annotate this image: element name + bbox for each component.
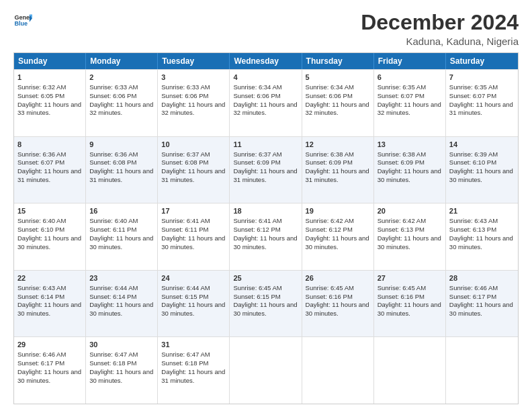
- sunrise: Sunrise: 6:36 AM: [17, 150, 66, 158]
- cell-dec12: 12 Sunrise: 6:38 AM Sunset: 6:09 PM Dayl…: [302, 137, 374, 203]
- day-number: 5: [306, 73, 370, 83]
- calendar-body: 1 Sunrise: 6:32 AM Sunset: 6:05 PM Dayli…: [14, 69, 518, 404]
- header-monday: Monday: [86, 53, 158, 69]
- page: General Blue December 2024 Kaduna, Kadun…: [0, 0, 532, 411]
- sunrise: Sunrise: 6:47 AM: [89, 351, 138, 358]
- sunrise: Sunrise: 6:38 AM: [306, 150, 354, 158]
- daylight: Daylight: 11 hours and 31 minutes.: [161, 368, 225, 384]
- cell-dec1: 1 Sunrise: 6:32 AM Sunset: 6:05 PM Dayli…: [14, 70, 86, 136]
- daylight: Daylight: 11 hours and 31 minutes.: [449, 101, 513, 117]
- daylight: Daylight: 11 hours and 30 minutes.: [89, 368, 153, 384]
- sunrise: Sunrise: 6:45 AM: [306, 284, 354, 291]
- sunrise: Sunrise: 6:39 AM: [449, 150, 498, 158]
- cell-dec24: 24 Sunrise: 6:44 AM Sunset: 6:15 PM Dayl…: [158, 271, 230, 337]
- cell-dec3: 3 Sunrise: 6:33 AM Sunset: 6:06 PM Dayli…: [158, 70, 230, 136]
- sunset: Sunset: 6:07 PM: [17, 158, 64, 166]
- cell-dec21: 21 Sunrise: 6:43 AM Sunset: 6:13 PM Dayl…: [446, 203, 518, 270]
- daylight: Daylight: 11 hours and 32 minutes.: [378, 101, 441, 117]
- day-number: 8: [17, 140, 82, 150]
- sunset: Sunset: 6:08 PM: [89, 158, 136, 166]
- daylight: Daylight: 11 hours and 31 minutes.: [233, 167, 297, 183]
- logo-icon: General Blue: [13, 11, 32, 30]
- cell-dec8: 8 Sunrise: 6:36 AM Sunset: 6:07 PM Dayli…: [14, 137, 86, 203]
- sunset: Sunset: 6:05 PM: [17, 92, 64, 99]
- day-number: 13: [378, 140, 442, 150]
- sunrise: Sunrise: 6:37 AM: [161, 150, 210, 158]
- sunrise: Sunrise: 6:36 AM: [89, 150, 138, 158]
- daylight: Daylight: 11 hours and 30 minutes.: [233, 234, 297, 250]
- day-number: 21: [449, 206, 515, 216]
- daylight: Daylight: 11 hours and 31 minutes.: [306, 167, 369, 183]
- daylight: Daylight: 11 hours and 30 minutes.: [17, 301, 81, 317]
- cell-dec18: 18 Sunrise: 6:41 AM Sunset: 6:12 PM Dayl…: [230, 203, 302, 270]
- sunrise: Sunrise: 6:42 AM: [378, 217, 426, 224]
- daylight: Daylight: 11 hours and 30 minutes.: [449, 234, 513, 250]
- sunrise: Sunrise: 6:34 AM: [233, 83, 281, 91]
- sunrise: Sunrise: 6:46 AM: [449, 284, 498, 291]
- sunset: Sunset: 6:06 PM: [161, 92, 208, 99]
- cell-empty-4: [446, 337, 518, 404]
- day-number: 14: [449, 140, 515, 150]
- sunrise: Sunrise: 6:43 AM: [449, 217, 498, 224]
- sunrise: Sunrise: 6:43 AM: [17, 284, 66, 291]
- sunset: Sunset: 6:14 PM: [17, 293, 64, 300]
- day-number: 10: [161, 140, 226, 150]
- sunset: Sunset: 6:11 PM: [89, 226, 136, 233]
- cell-dec20: 20 Sunrise: 6:42 AM Sunset: 6:13 PM Dayl…: [374, 203, 446, 270]
- sunrise: Sunrise: 6:34 AM: [306, 83, 354, 91]
- sunset: Sunset: 6:08 PM: [161, 158, 208, 166]
- sunrise: Sunrise: 6:42 AM: [306, 217, 354, 224]
- sunset: Sunset: 6:15 PM: [233, 293, 280, 300]
- daylight: Daylight: 11 hours and 30 minutes.: [89, 234, 153, 250]
- sunrise: Sunrise: 6:35 AM: [449, 83, 498, 91]
- header-tuesday: Tuesday: [158, 53, 230, 69]
- daylight: Daylight: 11 hours and 32 minutes.: [89, 101, 153, 117]
- daylight: Daylight: 11 hours and 30 minutes.: [378, 301, 441, 317]
- day-number: 23: [89, 273, 154, 283]
- sunset: Sunset: 6:17 PM: [17, 359, 64, 367]
- svg-text:Blue: Blue: [14, 20, 28, 27]
- day-number: 3: [161, 73, 226, 83]
- cell-dec5: 5 Sunrise: 6:34 AM Sunset: 6:06 PM Dayli…: [302, 70, 374, 136]
- cell-dec4: 4 Sunrise: 6:34 AM Sunset: 6:06 PM Dayli…: [230, 70, 302, 136]
- daylight: Daylight: 11 hours and 30 minutes.: [306, 234, 369, 250]
- day-number: 29: [17, 340, 82, 350]
- day-number: 15: [17, 206, 82, 216]
- calendar-header: Sunday Monday Tuesday Wednesday Thursday…: [14, 53, 518, 69]
- cell-dec19: 19 Sunrise: 6:42 AM Sunset: 6:12 PM Dayl…: [302, 203, 374, 270]
- daylight: Daylight: 11 hours and 31 minutes.: [17, 167, 81, 183]
- week-3: 15 Sunrise: 6:40 AM Sunset: 6:10 PM Dayl…: [14, 203, 518, 270]
- daylight: Daylight: 11 hours and 32 minutes.: [233, 101, 297, 117]
- sunset: Sunset: 6:09 PM: [378, 158, 425, 166]
- day-number: 26: [306, 273, 370, 283]
- day-number: 31: [161, 340, 226, 350]
- header-wednesday: Wednesday: [230, 53, 302, 69]
- header-friday: Friday: [374, 53, 446, 69]
- sunset: Sunset: 6:09 PM: [306, 158, 353, 166]
- cell-dec22: 22 Sunrise: 6:43 AM Sunset: 6:14 PM Dayl…: [14, 271, 86, 337]
- cell-dec15: 15 Sunrise: 6:40 AM Sunset: 6:10 PM Dayl…: [14, 203, 86, 270]
- sunrise: Sunrise: 6:40 AM: [89, 217, 138, 224]
- day-number: 25: [233, 273, 298, 283]
- sunset: Sunset: 6:18 PM: [161, 359, 208, 367]
- cell-dec26: 26 Sunrise: 6:45 AM Sunset: 6:16 PM Dayl…: [302, 271, 374, 337]
- cell-dec28: 28 Sunrise: 6:46 AM Sunset: 6:17 PM Dayl…: [446, 271, 518, 337]
- sunrise: Sunrise: 6:37 AM: [233, 150, 281, 158]
- daylight: Daylight: 11 hours and 30 minutes.: [233, 301, 297, 317]
- daylight: Daylight: 11 hours and 30 minutes.: [17, 234, 81, 250]
- sunrise: Sunrise: 6:38 AM: [378, 150, 426, 158]
- calendar-title: December 2024: [361, 11, 519, 34]
- sunset: Sunset: 6:13 PM: [449, 226, 496, 233]
- week-4: 22 Sunrise: 6:43 AM Sunset: 6:14 PM Dayl…: [14, 270, 518, 337]
- sunset: Sunset: 6:07 PM: [449, 92, 496, 99]
- cell-dec2: 2 Sunrise: 6:33 AM Sunset: 6:06 PM Dayli…: [86, 70, 158, 136]
- logo: General Blue: [13, 11, 32, 30]
- sunrise: Sunrise: 6:46 AM: [17, 351, 66, 358]
- day-number: 1: [17, 73, 82, 83]
- cell-dec23: 23 Sunrise: 6:44 AM Sunset: 6:14 PM Dayl…: [86, 271, 158, 337]
- day-number: 4: [233, 73, 298, 83]
- day-number: 6: [378, 73, 442, 83]
- daylight: Daylight: 11 hours and 30 minutes.: [89, 301, 153, 317]
- cell-dec7: 7 Sunrise: 6:35 AM Sunset: 6:07 PM Dayli…: [446, 70, 518, 136]
- calendar: Sunday Monday Tuesday Wednesday Thursday…: [13, 52, 519, 404]
